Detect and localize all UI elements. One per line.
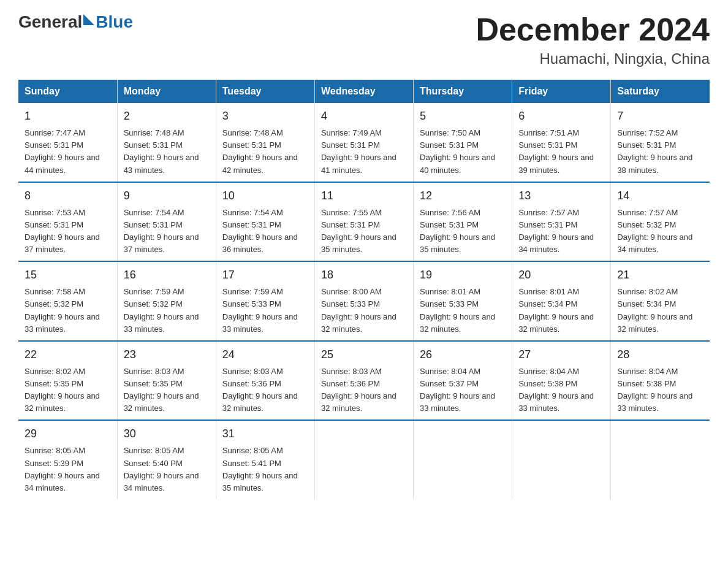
- day-number: 2: [124, 108, 210, 124]
- day-info: Sunrise: 8:04 AMSunset: 5:38 PMDaylight:…: [518, 366, 604, 415]
- day-number: 19: [420, 267, 506, 283]
- day-info: Sunrise: 8:04 AMSunset: 5:38 PMDaylight:…: [617, 366, 703, 415]
- calendar-cell: 27 Sunrise: 8:04 AMSunset: 5:38 PMDaylig…: [512, 341, 611, 421]
- day-number: 31: [222, 426, 308, 442]
- header-sunday: Sunday: [18, 80, 117, 103]
- page-title: December 2024: [476, 12, 710, 47]
- logo-text-blue: Blue: [96, 12, 133, 32]
- calendar-cell: 25 Sunrise: 8:03 AMSunset: 5:36 PMDaylig…: [314, 341, 413, 421]
- day-info: Sunrise: 7:47 AMSunset: 5:31 PMDaylight:…: [25, 127, 111, 177]
- day-number: 17: [222, 267, 308, 283]
- day-info: Sunrise: 7:48 AMSunset: 5:31 PMDaylight:…: [222, 127, 308, 177]
- calendar-cell: 9 Sunrise: 7:54 AMSunset: 5:31 PMDayligh…: [117, 182, 216, 262]
- day-number: 13: [518, 188, 604, 204]
- day-number: 30: [124, 426, 210, 442]
- day-number: 28: [617, 347, 703, 363]
- day-info: Sunrise: 8:02 AMSunset: 5:34 PMDaylight:…: [617, 286, 703, 335]
- calendar-cell: 23 Sunrise: 8:03 AMSunset: 5:35 PMDaylig…: [117, 341, 216, 421]
- day-info: Sunrise: 7:56 AMSunset: 5:31 PMDaylight:…: [420, 207, 506, 256]
- day-number: 18: [321, 267, 407, 283]
- calendar-cell: 1 Sunrise: 7:47 AMSunset: 5:31 PMDayligh…: [18, 103, 117, 182]
- day-number: 6: [518, 108, 604, 124]
- calendar-cell: 26 Sunrise: 8:04 AMSunset: 5:37 PMDaylig…: [414, 341, 512, 421]
- day-number: 27: [518, 347, 604, 363]
- day-number: 24: [222, 347, 308, 363]
- logo-triangle-icon: [83, 14, 94, 25]
- day-info: Sunrise: 8:01 AMSunset: 5:33 PMDaylight:…: [420, 286, 506, 335]
- day-info: Sunrise: 8:03 AMSunset: 5:35 PMDaylight:…: [124, 366, 210, 415]
- page-header: General Blue December 2024 Huamachi, Nin…: [18, 12, 710, 67]
- calendar-cell: 30 Sunrise: 8:05 AMSunset: 5:40 PMDaylig…: [117, 420, 216, 499]
- day-number: 14: [617, 188, 703, 204]
- calendar-cell: 17 Sunrise: 7:59 AMSunset: 5:33 PMDaylig…: [216, 261, 314, 341]
- day-info: Sunrise: 8:05 AMSunset: 5:40 PMDaylight:…: [124, 445, 210, 494]
- day-number: 11: [321, 188, 407, 204]
- calendar-cell: 7 Sunrise: 7:52 AMSunset: 5:31 PMDayligh…: [611, 103, 710, 182]
- day-number: 26: [420, 347, 506, 363]
- calendar-cell: 2 Sunrise: 7:48 AMSunset: 5:31 PMDayligh…: [117, 103, 216, 182]
- calendar-cell: [314, 420, 413, 499]
- calendar-cell: 21 Sunrise: 8:02 AMSunset: 5:34 PMDaylig…: [611, 261, 710, 341]
- calendar-cell: 16 Sunrise: 7:59 AMSunset: 5:32 PMDaylig…: [117, 261, 216, 341]
- logo-text-general: General: [18, 12, 82, 32]
- calendar-cell: 5 Sunrise: 7:50 AMSunset: 5:31 PMDayligh…: [414, 103, 512, 182]
- calendar-cell: 19 Sunrise: 8:01 AMSunset: 5:33 PMDaylig…: [414, 261, 512, 341]
- day-number: 4: [321, 108, 407, 124]
- day-info: Sunrise: 8:01 AMSunset: 5:34 PMDaylight:…: [518, 286, 604, 335]
- logo: General Blue: [18, 12, 133, 32]
- day-info: Sunrise: 8:05 AMSunset: 5:41 PMDaylight:…: [222, 445, 308, 494]
- title-section: December 2024 Huamachi, Ningxia, China: [476, 12, 710, 67]
- day-number: 20: [518, 267, 604, 283]
- day-number: 15: [25, 267, 111, 283]
- header-tuesday: Tuesday: [216, 80, 314, 103]
- header-thursday: Thursday: [414, 80, 512, 103]
- day-number: 29: [25, 426, 111, 442]
- day-number: 23: [124, 347, 210, 363]
- day-info: Sunrise: 8:03 AMSunset: 5:36 PMDaylight:…: [222, 366, 308, 415]
- day-info: Sunrise: 7:52 AMSunset: 5:31 PMDaylight:…: [617, 127, 703, 177]
- day-info: Sunrise: 7:59 AMSunset: 5:32 PMDaylight:…: [124, 286, 210, 335]
- calendar-cell: [414, 420, 512, 499]
- day-info: Sunrise: 7:51 AMSunset: 5:31 PMDaylight:…: [518, 127, 604, 177]
- calendar-cell: 18 Sunrise: 8:00 AMSunset: 5:33 PMDaylig…: [314, 261, 413, 341]
- day-number: 25: [321, 347, 407, 363]
- calendar-cell: 15 Sunrise: 7:58 AMSunset: 5:32 PMDaylig…: [18, 261, 117, 341]
- day-number: 9: [124, 188, 210, 204]
- calendar-header-row: SundayMondayTuesdayWednesdayThursdayFrid…: [18, 80, 710, 103]
- day-info: Sunrise: 8:03 AMSunset: 5:36 PMDaylight:…: [321, 366, 407, 415]
- week-row-3: 15 Sunrise: 7:58 AMSunset: 5:32 PMDaylig…: [18, 261, 710, 341]
- calendar-cell: 31 Sunrise: 8:05 AMSunset: 5:41 PMDaylig…: [216, 420, 314, 499]
- page-subtitle: Huamachi, Ningxia, China: [476, 50, 710, 67]
- calendar-cell: 28 Sunrise: 8:04 AMSunset: 5:38 PMDaylig…: [611, 341, 710, 421]
- day-info: Sunrise: 8:00 AMSunset: 5:33 PMDaylight:…: [321, 286, 407, 335]
- day-info: Sunrise: 8:04 AMSunset: 5:37 PMDaylight:…: [420, 366, 506, 415]
- calendar-cell: 20 Sunrise: 8:01 AMSunset: 5:34 PMDaylig…: [512, 261, 611, 341]
- day-info: Sunrise: 7:53 AMSunset: 5:31 PMDaylight:…: [25, 207, 111, 256]
- calendar-cell: [512, 420, 611, 499]
- calendar-cell: 3 Sunrise: 7:48 AMSunset: 5:31 PMDayligh…: [216, 103, 314, 182]
- calendar-table: SundayMondayTuesdayWednesdayThursdayFrid…: [18, 80, 710, 499]
- calendar-cell: 4 Sunrise: 7:49 AMSunset: 5:31 PMDayligh…: [314, 103, 413, 182]
- day-info: Sunrise: 7:59 AMSunset: 5:33 PMDaylight:…: [222, 286, 308, 335]
- calendar-cell: 10 Sunrise: 7:54 AMSunset: 5:31 PMDaylig…: [216, 182, 314, 262]
- header-friday: Friday: [512, 80, 611, 103]
- day-info: Sunrise: 7:55 AMSunset: 5:31 PMDaylight:…: [321, 207, 407, 256]
- day-info: Sunrise: 7:57 AMSunset: 5:31 PMDaylight:…: [518, 207, 604, 256]
- calendar-cell: 14 Sunrise: 7:57 AMSunset: 5:32 PMDaylig…: [611, 182, 710, 262]
- calendar-cell: 22 Sunrise: 8:02 AMSunset: 5:35 PMDaylig…: [18, 341, 117, 421]
- day-number: 22: [25, 347, 111, 363]
- calendar-cell: 13 Sunrise: 7:57 AMSunset: 5:31 PMDaylig…: [512, 182, 611, 262]
- day-number: 7: [617, 108, 703, 124]
- calendar-cell: 24 Sunrise: 8:03 AMSunset: 5:36 PMDaylig…: [216, 341, 314, 421]
- day-info: Sunrise: 8:02 AMSunset: 5:35 PMDaylight:…: [25, 366, 111, 415]
- day-number: 21: [617, 267, 703, 283]
- day-number: 8: [25, 188, 111, 204]
- day-info: Sunrise: 7:54 AMSunset: 5:31 PMDaylight:…: [222, 207, 308, 256]
- day-number: 16: [124, 267, 210, 283]
- header-saturday: Saturday: [611, 80, 710, 103]
- calendar-cell: 8 Sunrise: 7:53 AMSunset: 5:31 PMDayligh…: [18, 182, 117, 262]
- header-monday: Monday: [117, 80, 216, 103]
- day-info: Sunrise: 7:54 AMSunset: 5:31 PMDaylight:…: [124, 207, 210, 256]
- header-wednesday: Wednesday: [314, 80, 413, 103]
- calendar-cell: 12 Sunrise: 7:56 AMSunset: 5:31 PMDaylig…: [414, 182, 512, 262]
